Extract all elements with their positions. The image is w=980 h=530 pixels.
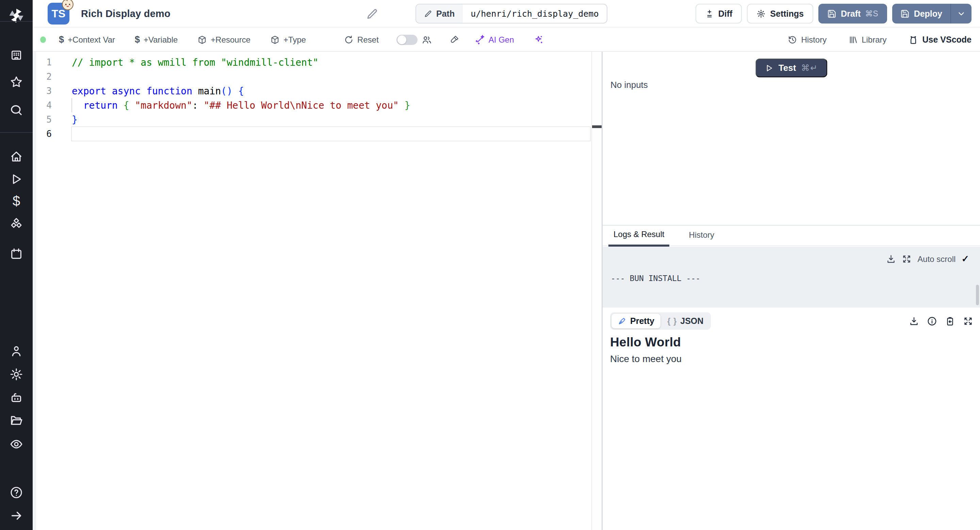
typescript-badge: TS [48, 3, 69, 24]
play-icon [765, 64, 773, 73]
deploy-dropdown-button[interactable] [951, 4, 972, 24]
refresh-icon [344, 35, 353, 45]
pencil-icon [424, 10, 432, 18]
sparkles-icon[interactable] [534, 35, 544, 45]
code-editor[interactable]: 1 // import * as wmill from "windmill-cl… [33, 52, 601, 530]
schedules-calendar-icon[interactable] [0, 247, 33, 260]
line-number: 1 [33, 57, 52, 67]
line-number: 5 [33, 115, 52, 125]
deploy-button-group: Deploy [892, 4, 972, 24]
no-inputs-label: No inputs [611, 80, 648, 90]
copy-clipboard-icon[interactable] [945, 316, 955, 326]
edit-title-pencil-icon[interactable] [366, 8, 379, 21]
top-header: TS Rich Display demo [33, 0, 980, 27]
tab-history[interactable]: History [684, 230, 719, 245]
variables-dollar-icon[interactable]: $ [0, 194, 33, 208]
draft-button[interactable]: Draft ⌘S [818, 4, 887, 24]
ai-gen-button[interactable]: AI Gen [475, 35, 514, 45]
result-markdown-body: Nice to meet you [610, 354, 973, 364]
line-number: 3 [33, 86, 52, 96]
code-line-6-current[interactable]: 6 [33, 127, 601, 141]
search-icon[interactable] [0, 103, 33, 117]
audit-eye-icon[interactable] [0, 437, 33, 451]
gear-icon [756, 9, 765, 18]
test-shortcut: ⌘↵ [801, 63, 818, 73]
result-actions [909, 316, 973, 326]
chevron-down-icon [957, 9, 966, 18]
toolbar-right: History Library Use VScode [788, 35, 972, 45]
auto-scroll-check-icon[interactable]: ✓ [961, 254, 969, 265]
add-type-button[interactable]: +Type [270, 35, 306, 45]
help-icon[interactable] [0, 486, 33, 499]
code-line-3[interactable]: 3 export async function main() { [33, 84, 601, 98]
code-line-1[interactable]: 1 // import * as wmill from "windmill-cl… [33, 55, 601, 69]
format-brush-icon[interactable] [450, 35, 460, 45]
reset-button[interactable]: Reset [344, 35, 379, 45]
library-icon [848, 35, 858, 45]
add-variable-button[interactable]: $ +Variable [135, 34, 178, 45]
info-icon[interactable] [927, 316, 937, 326]
result-header: Pretty { } JSON [610, 312, 973, 330]
sidebar-divider [0, 21, 33, 22]
download-result-icon[interactable] [909, 316, 919, 326]
code-line-4[interactable]: 4 return { "markdown": "## Hello World\n… [33, 98, 601, 112]
log-line: --- BUN INSTALL --- [611, 273, 972, 284]
home-icon[interactable] [0, 150, 33, 163]
collaborators-icon[interactable] [422, 35, 432, 45]
workers-robot-icon[interactable] [0, 391, 33, 404]
pen-nib-icon [617, 316, 627, 326]
add-context-var-button[interactable]: $ +Context Var [59, 34, 115, 45]
line-number: 4 [33, 100, 52, 110]
diff-mode-toggle[interactable] [396, 35, 417, 45]
path-label: Path [436, 9, 455, 19]
sidebar-divider [0, 132, 33, 133]
line-number: 6 [33, 129, 52, 139]
download-logs-icon[interactable] [886, 254, 896, 264]
add-resource-button[interactable]: +Resource [197, 35, 250, 45]
pretty-view-button[interactable]: Pretty [611, 314, 660, 328]
collapse-arrow-right-icon[interactable] [0, 509, 33, 522]
run-panel: Test ⌘↵ No inputs Logs & Result History … [601, 52, 980, 530]
favorites-star-icon[interactable] [0, 75, 33, 89]
diff-icon [705, 9, 714, 18]
folders-icon[interactable] [0, 413, 33, 427]
package-icon [197, 35, 207, 45]
auto-scroll-label[interactable]: Auto scroll [917, 254, 956, 265]
tab-logs-result[interactable]: Logs & Result [608, 230, 669, 247]
save-icon [827, 9, 837, 18]
magic-wand-icon [475, 35, 485, 45]
expand-logs-icon[interactable] [902, 254, 912, 264]
windmill-logo-icon[interactable] [0, 7, 33, 24]
library-button[interactable]: Library [848, 35, 886, 45]
deploy-button[interactable]: Deploy [892, 4, 950, 24]
header-actions: Diff Settings Draft [695, 4, 972, 24]
settings-button[interactable]: Settings [747, 4, 813, 24]
editor-overview-ruler[interactable] [592, 52, 601, 530]
vscode-cat-icon [908, 35, 918, 45]
draft-shortcut: ⌘S [865, 9, 878, 18]
log-output[interactable]: --- BUN INSTALL --- empty dependencies, … [603, 247, 980, 308]
save-icon [900, 9, 910, 18]
code-line-2[interactable]: 2 [33, 69, 601, 84]
cursor-position-marker [592, 125, 601, 128]
json-view-button[interactable]: { } JSON [661, 314, 710, 328]
sidebar: $ [0, 0, 33, 530]
diff-button[interactable]: Diff [695, 4, 742, 24]
fullscreen-result-icon[interactable] [963, 316, 973, 326]
log-scrollbar[interactable] [976, 285, 979, 305]
use-vscode-button[interactable]: Use VScode [908, 35, 972, 45]
settings-gear-icon[interactable] [0, 367, 33, 381]
resources-boxes-icon[interactable] [0, 217, 33, 231]
result-tabs: Logs & Result History [603, 227, 980, 246]
test-button[interactable]: Test ⌘↵ [756, 59, 827, 77]
path-field[interactable]: Path u/henri/rich_display_demo [415, 4, 608, 24]
workspace-building-icon[interactable] [0, 48, 33, 62]
users-person-icon[interactable] [0, 344, 33, 358]
history-button[interactable]: History [788, 35, 827, 45]
runs-play-icon[interactable] [0, 172, 33, 186]
path-value[interactable]: u/henri/rich_display_demo [463, 5, 607, 23]
windmill-app: $ [0, 0, 980, 530]
page-title: Rich Display demo [81, 0, 170, 27]
code-line-5[interactable]: 5 } [33, 112, 601, 127]
status-dot [40, 37, 46, 43]
